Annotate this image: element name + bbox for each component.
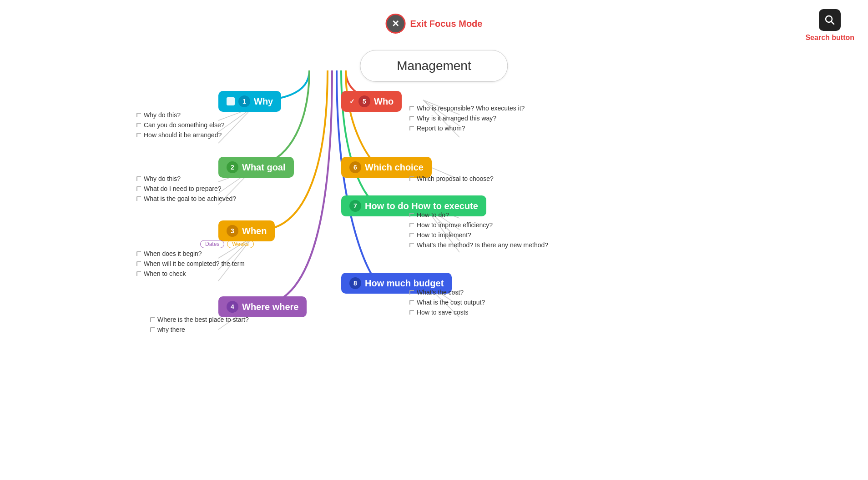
howto-sub-3: How to implement? — [409, 231, 548, 239]
when-label: When — [242, 226, 267, 236]
who-label: Who — [374, 96, 394, 107]
why-sub-2: Can you do something else? — [136, 121, 224, 129]
tag-weeks: Weeks — [227, 240, 253, 248]
exit-x-icon: ✕ — [386, 14, 406, 34]
search-button-container: Search button — [805, 9, 854, 42]
why-sub-1: Why do this? — [136, 111, 224, 119]
who-check-icon: ✓ — [349, 98, 355, 105]
why-label: Why — [254, 96, 273, 107]
what-sub-1: Why do this? — [136, 175, 236, 182]
budget-subitems: What's the cost? What is the cost output… — [409, 289, 485, 316]
node-why[interactable]: 1 Why — [218, 91, 281, 112]
which-badge: 6 — [349, 161, 361, 173]
howto-sub-4: What's the method? Is there any new meth… — [409, 241, 548, 249]
budget-sub-3: How to save costs — [409, 309, 485, 316]
who-sub-3: Report to whom? — [409, 125, 525, 132]
budget-badge: 8 — [349, 277, 361, 289]
who-subitems: Who is responsible? Who executes it? Why… — [409, 105, 525, 132]
when-tags: Dates Weeks — [200, 240, 254, 248]
central-node[interactable]: Management — [360, 50, 508, 82]
tag-dates: Dates — [200, 240, 224, 248]
when-sub-3: When to check — [136, 270, 245, 277]
why-subitems: Why do this? Can you do something else? … — [136, 111, 224, 139]
where-sub-2: why there — [150, 326, 249, 333]
howto-sub-2: How to improve efficiency? — [409, 221, 548, 229]
node-who[interactable]: ✓ 5 Who — [341, 91, 402, 112]
who-badge: 5 — [358, 95, 370, 107]
exit-focus-label: Exit Focus Mode — [410, 19, 483, 29]
why-sub-3: How should it be arranged? — [136, 131, 224, 139]
where-sub-1: Where is the best place to start? — [150, 316, 249, 323]
what-goal-badge: 2 — [227, 161, 238, 173]
budget-label: How much budget — [365, 278, 444, 289]
search-icon — [825, 15, 835, 25]
node-when[interactable]: 3 When — [218, 220, 275, 241]
exit-focus-button[interactable]: ✕ Exit Focus Mode — [386, 14, 483, 34]
what-goal-label: What goal — [242, 162, 286, 173]
when-sub-2: When will it be completed? the term — [136, 260, 245, 267]
search-icon-button[interactable] — [819, 9, 841, 31]
budget-sub-2: What is the cost output? — [409, 299, 485, 306]
who-sub-2: Why is it arranged this way? — [409, 115, 525, 122]
when-sub-1: When does it begin? — [136, 250, 245, 257]
where-subitems: Where is the best place to start? why th… — [150, 316, 249, 333]
how-to-subitems: How to do? How to improve efficiency? Ho… — [409, 211, 548, 249]
budget-sub-1: What's the cost? — [409, 289, 485, 296]
exit-focus-bar: ✕ Exit Focus Mode — [386, 14, 483, 34]
what-goal-subitems: Why do this? What do I need to prepare? … — [136, 175, 236, 202]
howto-sub-1: How to do? — [409, 211, 548, 219]
what-sub-2: What do I need to prepare? — [136, 185, 236, 192]
mindmap-container: Management 1 Why Why do this? Can you do… — [0, 41, 868, 480]
where-badge: 4 — [227, 301, 238, 313]
why-badge: 1 — [238, 95, 250, 107]
when-badge: 3 — [227, 225, 238, 237]
who-sub-1: Who is responsible? Who executes it? — [409, 105, 525, 112]
howto-badge: 7 — [349, 200, 361, 212]
why-checkbox-icon — [227, 97, 235, 105]
which-sub-1: Which proposal to choose? — [409, 175, 494, 182]
what-sub-3: What is the goal to be achieved? — [136, 195, 236, 202]
node-where[interactable]: 4 Where where — [218, 296, 307, 317]
svg-line-1 — [831, 21, 834, 24]
when-subitems: When does it begin? When will it be comp… — [136, 250, 245, 277]
which-subitems: Which proposal to choose? — [409, 175, 494, 182]
which-label: Which choice — [365, 162, 424, 173]
howto-label: How to do How to execute — [365, 201, 478, 211]
where-label: Where where — [242, 302, 298, 312]
